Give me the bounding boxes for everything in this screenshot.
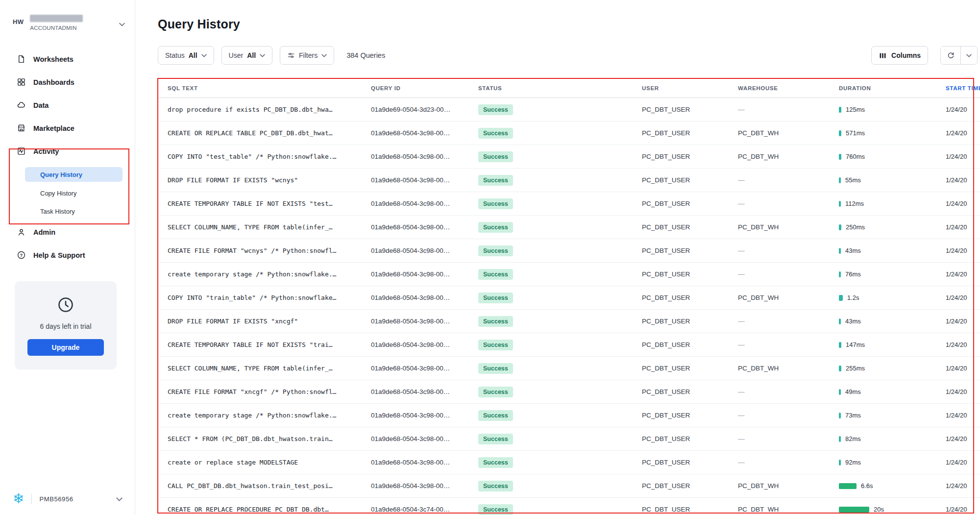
sidebar: HW ACCOUNTADMIN Worksheets Dashboards Da… xyxy=(0,0,135,515)
org-block: ACCOUNTADMIN xyxy=(30,15,119,31)
column-header-duration[interactable]: Duration xyxy=(839,85,946,91)
table-row[interactable]: create temporary stage /* Python:snowfla… xyxy=(158,404,980,427)
column-header-query-id[interactable]: Query ID xyxy=(371,85,478,91)
columns-button[interactable]: Columns xyxy=(871,46,928,65)
duration-text: 49ms xyxy=(845,388,861,395)
status-badge: Success xyxy=(478,363,513,374)
sidebar-item-data[interactable]: Data xyxy=(0,94,135,117)
table-row[interactable]: SELECT COLUMN_NAME, TYPE FROM table(infe… xyxy=(158,216,980,239)
main-content: Query History Status All User All Filter… xyxy=(135,0,980,515)
table-row[interactable]: DROP FILE FORMAT IF EXISTS "xncgf" 01a9d… xyxy=(158,310,980,333)
duration-bar xyxy=(839,107,841,113)
clock-icon xyxy=(57,296,74,316)
sidebar-item-task-history[interactable]: Task History xyxy=(0,202,135,221)
cell-warehouse: PC_DBT_WH xyxy=(738,223,839,231)
sidebar-item-label: Dashboards xyxy=(33,78,74,86)
cell-status: Success xyxy=(478,410,642,421)
sidebar-item-label: Data xyxy=(33,101,49,109)
sidebar-item-worksheets[interactable]: Worksheets xyxy=(0,48,135,71)
table-row[interactable]: SELECT * FROM (PC_DBT_DB.dbt_hwatson.tra… xyxy=(158,427,980,451)
toolbar: Status All User All Filters 384 Queries … xyxy=(158,46,980,65)
duration-bar xyxy=(839,342,841,348)
table-row[interactable]: create or replace stage MODELSTAGE 01a9d… xyxy=(158,451,980,474)
cell-duration: 147ms xyxy=(839,341,946,348)
help-icon: ? xyxy=(16,250,26,260)
cell-user: PC_DBT_USER xyxy=(642,506,738,513)
sidebar-item-dashboards[interactable]: Dashboards xyxy=(0,71,135,94)
cell-start-time: 1/24/20 xyxy=(946,247,980,254)
table-row[interactable]: CREATE OR REPLACE TABLE PC_DBT_DB.dbt_hw… xyxy=(158,122,980,145)
column-header-status[interactable]: Status xyxy=(478,85,642,91)
cell-user: PC_DBT_USER xyxy=(642,247,738,254)
sidebar-subitem-label: Query History xyxy=(40,171,82,178)
column-header-start-time[interactable]: Start Time xyxy=(946,85,980,91)
sidebar-item-label: Marketplace xyxy=(33,124,74,132)
cell-status: Success xyxy=(478,340,642,350)
duration-text: 760ms xyxy=(846,153,865,160)
cell-user: PC_DBT_USER xyxy=(642,129,738,137)
cell-status: Success xyxy=(478,128,642,139)
chevron-down-icon xyxy=(260,54,265,57)
account-switcher[interactable]: HW ACCOUNTADMIN xyxy=(0,0,135,31)
cell-user: PC_DBT_USER xyxy=(642,388,738,395)
user-filter-button[interactable]: User All xyxy=(221,46,272,65)
sidebar-item-copy-history[interactable]: Copy History xyxy=(0,184,135,202)
status-filter-button[interactable]: Status All xyxy=(158,46,214,65)
table-row[interactable]: COPY INTO "test_table" /* Python:snowfla… xyxy=(158,145,980,169)
cell-duration: 571ms xyxy=(839,129,946,137)
cell-sql-text: SELECT COLUMN_NAME, TYPE FROM table(infe… xyxy=(168,223,371,231)
cell-warehouse: PC_DBT_WH xyxy=(738,153,839,160)
duration-bar xyxy=(839,413,841,418)
cell-user: PC_DBT_USER xyxy=(642,153,738,160)
duration-bar xyxy=(839,224,841,230)
status-badge: Success xyxy=(478,340,513,350)
cell-duration: 43ms xyxy=(839,318,946,325)
cell-user: PC_DBT_USER xyxy=(642,294,738,301)
cell-start-time: 1/24/20 xyxy=(946,341,980,348)
table-row[interactable]: DROP FILE FORMAT IF EXISTS "wcnys" 01a9d… xyxy=(158,169,980,192)
table-row[interactable]: SELECT COLUMN_NAME, TYPE FROM table(infe… xyxy=(158,357,980,380)
cell-status: Success xyxy=(478,151,642,162)
table-row[interactable]: CREATE TEMPORARY TABLE IF NOT EXISTS "tr… xyxy=(158,333,980,357)
table-row[interactable]: CREATE OR REPLACE PROCEDURE PC_DBT_DB.db… xyxy=(158,498,980,515)
refresh-options-button[interactable] xyxy=(961,47,977,64)
status-badge: Success xyxy=(478,128,513,139)
chevron-down-icon[interactable] xyxy=(116,494,122,503)
status-badge: Success xyxy=(478,504,513,515)
status-filter-value: All xyxy=(189,51,197,59)
column-header-user[interactable]: User xyxy=(642,85,738,91)
duration-bar xyxy=(839,295,843,301)
cell-warehouse: — xyxy=(738,435,839,442)
sidebar-item-query-history[interactable]: Query History xyxy=(25,167,122,182)
table-row[interactable]: CREATE FILE FORMAT "xncgf" /* Python:sno… xyxy=(158,380,980,404)
table-row[interactable]: COPY INTO "train_table" /* Python:snowfl… xyxy=(158,286,980,310)
table-row[interactable]: CALL PC_DBT_DB.dbt_hwatson.train_test_po… xyxy=(158,474,980,498)
cell-duration: 55ms xyxy=(839,176,946,184)
sidebar-item-activity[interactable]: Activity xyxy=(0,140,135,163)
status-filter-label: Status xyxy=(165,51,185,59)
sidebar-item-marketplace[interactable]: Marketplace xyxy=(0,117,135,140)
duration-text: 571ms xyxy=(846,129,865,137)
cell-query-id: 01a9de68-0504-3c98-00… xyxy=(371,318,478,325)
cell-user: PC_DBT_USER xyxy=(642,270,738,278)
refresh-split-button xyxy=(940,46,978,65)
duration-bar xyxy=(839,130,841,136)
table-row[interactable]: create temporary stage /* Python:snowfla… xyxy=(158,263,980,286)
cell-start-time: 1/24/20 xyxy=(946,223,980,231)
table-row[interactable]: CREATE TEMPORARY TABLE IF NOT EXISTS "te… xyxy=(158,192,980,216)
columns-icon xyxy=(879,51,887,60)
upgrade-button[interactable]: Upgrade xyxy=(27,339,104,356)
table-row[interactable]: CREATE FILE FORMAT "wcnys" /* Python:sno… xyxy=(158,239,980,263)
sidebar-item-admin[interactable]: Admin xyxy=(0,221,135,244)
duration-text: 250ms xyxy=(846,223,865,231)
sidebar-item-help-support[interactable]: ? Help & Support xyxy=(0,244,135,267)
cell-start-time: 1/24/20 xyxy=(946,482,980,490)
column-header-sql-text[interactable]: SQL Text xyxy=(168,85,371,91)
duration-bar xyxy=(839,154,841,160)
table-row[interactable]: drop procedure if exists PC_DBT_DB.dbt_h… xyxy=(158,98,980,122)
column-header-warehouse[interactable]: Warehouse xyxy=(738,85,839,91)
filters-button[interactable]: Filters xyxy=(280,46,334,65)
refresh-button[interactable] xyxy=(941,47,961,64)
cell-warehouse: — xyxy=(738,106,839,113)
cell-sql-text: create temporary stage /* Python:snowfla… xyxy=(168,412,371,419)
